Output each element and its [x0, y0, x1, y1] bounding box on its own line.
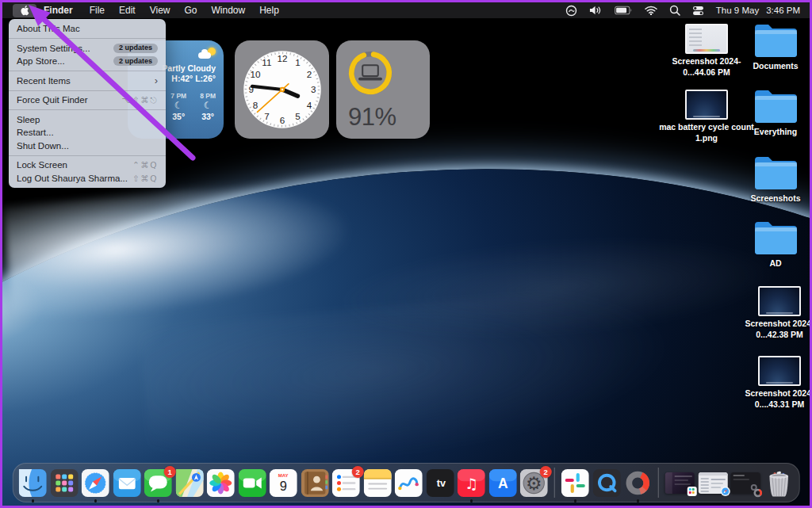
menu-item-sleep[interactable]: Sleep [9, 113, 166, 127]
svg-text:11: 11 [262, 57, 271, 67]
menubar-menu-go[interactable]: Go [178, 2, 205, 18]
dock-mail[interactable] [113, 469, 140, 497]
menu-item-app-store[interactable]: App Store... 2 updates [9, 55, 166, 68]
disk-mini-badge [753, 487, 763, 496]
menu-item-log-out[interactable]: Log Out Shaurya Sharma... ⇧⌘Q [9, 172, 166, 185]
mail-icon [113, 469, 140, 497]
svg-text:12: 12 [277, 53, 287, 63]
menu-item-force-quit-finder[interactable]: Force Quit Finder ⌥⇧⌘⎋ [9, 94, 166, 107]
screenshot-file-thumbnail [758, 356, 801, 386]
dock-quicktime[interactable] [592, 469, 620, 497]
dock-trash[interactable] [764, 469, 793, 497]
notes-icon [363, 469, 391, 497]
freeform-icon [395, 469, 423, 497]
search-icon[interactable] [669, 5, 680, 16]
dock-finder[interactable] [19, 469, 47, 497]
battery-icon[interactable] [615, 6, 633, 15]
weather-hour: 8 PM ☾ 33° [200, 92, 216, 121]
menubar-menu-edit[interactable]: Edit [112, 2, 143, 18]
trash-full-icon [764, 469, 793, 498]
apple-menu-button[interactable] [13, 4, 36, 17]
menu-shortcut: ⌥⇧⌘⎋ [121, 95, 158, 105]
laptop-icon [362, 65, 378, 76]
creative-cloud-icon[interactable] [565, 5, 577, 17]
menubar-app-finder[interactable]: Finder [36, 2, 82, 18]
facetime-icon [238, 469, 266, 497]
running-indicator [157, 499, 160, 502]
updates-badge: 2 updates [113, 44, 158, 53]
moon-icon: ☾ [170, 100, 186, 112]
menu-item-label: Restart... [17, 128, 158, 137]
dock-messages[interactable]: 1 [144, 469, 172, 497]
menu-item-recent-items[interactable]: Recent Items › [9, 74, 166, 88]
disk-analyzer-donut-icon [624, 469, 652, 497]
menu-item-system-settings[interactable]: System Settings... 2 updates [9, 42, 166, 55]
dock-contacts[interactable] [301, 469, 328, 497]
volume-icon[interactable] [589, 5, 603, 16]
updates-badge: 2 updates [113, 56, 158, 66]
menu-item-label: Lock Screen [17, 160, 132, 170]
control-center-icon[interactable] [692, 6, 704, 16]
dock-calendar[interactable]: MAY 9 [270, 469, 297, 497]
dock-notes[interactable] [363, 469, 391, 497]
notification-badge: 1 [164, 466, 176, 478]
analog-clock-widget[interactable]: 1212 345 678 91011 [235, 40, 329, 139]
dock-maps[interactable] [175, 469, 203, 497]
menu-item-lock-screen[interactable]: Lock Screen ⌃⌘Q [9, 159, 166, 172]
hour-temp: 33° [200, 112, 216, 121]
menu-item-label: System Settings... [17, 44, 113, 53]
menu-shortcut: ⌃⌘Q [132, 160, 158, 170]
desktop-icon-everything-folder[interactable]: Everything [726, 88, 812, 138]
desktop-icon-label: Screenshot 2024-0....43.31 PM [730, 388, 812, 410]
svg-text:4: 4 [306, 100, 312, 110]
screenshot-file-thumbnail [758, 286, 801, 316]
dock-reminders[interactable]: 2 [332, 469, 360, 497]
image-file-thumbnail [685, 90, 728, 120]
menu-item-label: Shut Down... [17, 141, 158, 151]
dock: 1 [13, 463, 800, 502]
menu-item-shut-down[interactable]: Shut Down... [9, 139, 166, 153]
desktop-icon-screenshot-4238[interactable]: Screenshot 2024-0...42.38 PM [730, 286, 812, 340]
menu-separator [9, 155, 166, 156]
minimized-window-dark[interactable] [665, 472, 695, 494]
menubar-menu-view[interactable]: View [143, 2, 178, 18]
folder-icon [753, 22, 799, 59]
menubar-clock[interactable]: Thu 9 May 3:46 PM [716, 6, 800, 15]
contacts-icon [301, 469, 328, 497]
menu-item-restart[interactable]: Restart... [9, 126, 166, 139]
menu-item-label: Sleep [17, 115, 158, 124]
apple-tv-icon: tv [426, 469, 454, 497]
dock-freeform[interactable] [395, 469, 423, 497]
menubar-menu-help[interactable]: Help [252, 2, 286, 18]
menu-item-about-this-mac[interactable]: About This Mac [9, 22, 166, 36]
desktop-icon-documents-folder[interactable]: Documents [726, 22, 812, 72]
music-note-glyph: ♫ [465, 475, 478, 491]
svg-text:3: 3 [310, 84, 315, 94]
desktop-icon-screenshots-folder[interactable]: Screenshots [726, 155, 812, 204]
dock-system-settings[interactable]: ⚙ 2 [520, 469, 548, 497]
gear-glyph: ⚙ [526, 472, 542, 493]
desktop-icon-screenshot-4331[interactable]: Screenshot 2024-0....43.31 PM [730, 356, 812, 410]
menu-item-label: Log Out Shaurya Sharma... [17, 174, 132, 183]
menubar-menu-window[interactable]: Window [205, 2, 253, 18]
minimized-window-safari[interactable] [698, 472, 727, 494]
minimized-window-disk[interactable] [731, 472, 760, 494]
dock-disk-analyzer[interactable] [624, 469, 652, 497]
notification-badge: 2 [352, 466, 364, 478]
dock-tv[interactable]: tv [426, 469, 454, 497]
dock-music[interactable]: ♫ [458, 469, 485, 497]
menubar-menu-file[interactable]: File [82, 2, 112, 18]
battery-widget[interactable]: 91% [336, 40, 430, 139]
wifi-icon[interactable] [645, 6, 657, 15]
desktop-icon-ad-folder[interactable]: AD [726, 220, 812, 269]
dock-photos[interactable] [207, 469, 235, 497]
menu-bar: Finder File Edit View Go Window Help [2, 2, 810, 18]
dock-safari[interactable] [82, 469, 109, 497]
dock-app-store[interactable]: A [488, 469, 516, 497]
photos-icon [207, 469, 235, 497]
dock-launchpad[interactable] [50, 469, 78, 497]
dock-slack[interactable] [561, 469, 589, 497]
dock-facetime[interactable] [238, 469, 266, 497]
weather-hour: 7 PM ☾ 35° [170, 92, 186, 121]
running-indicator [470, 499, 473, 502]
